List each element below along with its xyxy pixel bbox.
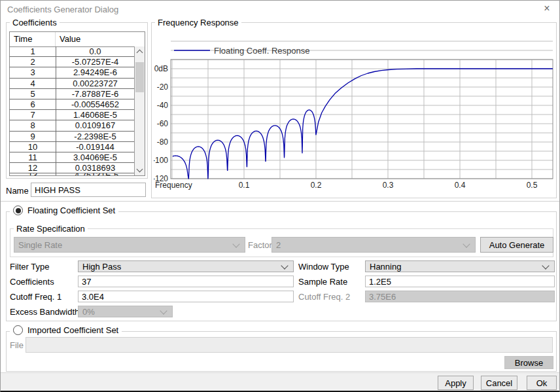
floating-set-radio[interactable] bbox=[13, 205, 23, 215]
browse-button[interactable]: Browse bbox=[504, 356, 553, 369]
svg-text:0.5: 0.5 bbox=[527, 181, 538, 190]
table-row[interactable]: 40.00223727 bbox=[10, 79, 134, 89]
cell-value: -0.019144 bbox=[56, 142, 134, 152]
excess-bandwidth-select: 0% bbox=[78, 306, 173, 317]
ok-button[interactable]: Ok bbox=[527, 376, 557, 390]
coefficients-input[interactable] bbox=[78, 276, 294, 287]
svg-text:-40: -40 bbox=[157, 101, 169, 110]
file-input bbox=[26, 337, 553, 353]
auto-generate-button[interactable]: Auto Generate bbox=[480, 237, 553, 253]
svg-text:Frequency: Frequency bbox=[155, 181, 192, 190]
file-label: File bbox=[10, 340, 24, 350]
excess-bandwidth-value: 0% bbox=[82, 307, 95, 317]
name-label: Name bbox=[6, 186, 29, 196]
table-row[interactable]: 32.94249E-6 bbox=[10, 67, 134, 78]
imported-set-radio-label: Imported Coefficient Set bbox=[27, 325, 118, 335]
imported-set-radio-row[interactable]: Imported Coefficient Set bbox=[10, 325, 122, 335]
svg-text:-100: -100 bbox=[154, 156, 168, 165]
table-row[interactable]: 113.04069E-5 bbox=[10, 152, 134, 163]
cell-value: -5.07257E-4 bbox=[56, 57, 134, 67]
column-header-value: Value bbox=[56, 32, 134, 46]
cell-time: 13 bbox=[10, 173, 56, 175]
table-row[interactable]: 13-4.75131E-5 bbox=[10, 173, 134, 175]
apply-button[interactable]: Apply bbox=[438, 376, 474, 390]
table-row[interactable]: 9-2.2398E-5 bbox=[10, 132, 134, 142]
svg-text:-60: -60 bbox=[157, 119, 169, 128]
table-row[interactable]: 80.0109167 bbox=[10, 120, 134, 131]
window-type-select[interactable]: Hanning bbox=[365, 260, 555, 272]
cell-value: -2.2398E-5 bbox=[56, 132, 134, 141]
chevron-down-icon bbox=[542, 262, 549, 269]
filter-type-value: High Pass bbox=[82, 262, 121, 272]
chevron-down-icon bbox=[160, 307, 167, 314]
coefficients-table-body: 10.02-5.07257E-432.94249E-640.002237275-… bbox=[10, 46, 134, 175]
cell-value: 3.04069E-5 bbox=[56, 152, 134, 162]
coefficients-group-title: Coefficients bbox=[10, 18, 60, 27]
table-row[interactable]: 2-5.07257E-4 bbox=[10, 57, 134, 67]
cell-value: 0.0318693 bbox=[56, 163, 134, 173]
svg-text:0.2: 0.2 bbox=[311, 181, 322, 190]
cell-time: 9 bbox=[10, 132, 56, 141]
table-scrollbar[interactable] bbox=[134, 46, 145, 175]
cell-value: -4.75131E-5 bbox=[56, 173, 134, 175]
svg-text:-20: -20 bbox=[157, 82, 169, 92]
section-separator bbox=[1, 201, 560, 202]
frequency-response-chart: 0dB-20-40-60-80-100-120Frequency0.10.20.… bbox=[154, 25, 554, 195]
chevron-down-icon bbox=[232, 240, 239, 247]
floating-set-radio-label: Floating Coefficient Set bbox=[27, 205, 115, 215]
sample-rate-input[interactable] bbox=[365, 276, 555, 287]
coefficients-generator-dialog: Coefficients Generator Dialog × Coeffici… bbox=[0, 0, 560, 392]
sample-rate-label: Sample Rate bbox=[298, 277, 347, 287]
rate-select: Single Rate bbox=[14, 237, 245, 253]
imported-set-radio[interactable] bbox=[13, 325, 23, 335]
svg-text:0.3: 0.3 bbox=[383, 181, 394, 190]
cell-time: 7 bbox=[10, 110, 56, 120]
cell-time: 1 bbox=[10, 46, 56, 56]
scrollbar-thumb[interactable] bbox=[135, 62, 144, 92]
cutoff-freq-2-label: Cutoff Freq. 2 bbox=[298, 292, 350, 302]
close-icon[interactable]: × bbox=[541, 3, 553, 14]
cell-time: 6 bbox=[10, 99, 56, 109]
floating-set-radio-row[interactable]: Floating Coefficient Set bbox=[10, 205, 118, 215]
excess-bandwidth-label: Excess Bandwidth bbox=[10, 307, 79, 317]
svg-text:0.4: 0.4 bbox=[455, 181, 466, 190]
coefficients-table-header: Time Value bbox=[10, 32, 134, 47]
titlebar: Coefficients Generator Dialog × bbox=[1, 1, 559, 18]
chevron-down-icon bbox=[137, 166, 143, 173]
table-row[interactable]: 6-0.00554652 bbox=[10, 99, 134, 110]
svg-text:0.1: 0.1 bbox=[239, 181, 250, 190]
cell-time: 10 bbox=[10, 142, 56, 152]
window-type-value: Hanning bbox=[370, 262, 401, 272]
cell-time: 3 bbox=[10, 67, 56, 77]
table-row[interactable]: 120.0318693 bbox=[10, 163, 134, 173]
footer-bar bbox=[1, 372, 560, 391]
scroll-down-button[interactable] bbox=[135, 165, 145, 175]
table-row[interactable]: 10.0 bbox=[10, 46, 134, 57]
factor-select-value: 2 bbox=[276, 240, 281, 250]
cell-time: 5 bbox=[10, 89, 56, 99]
cell-value: -0.00554652 bbox=[56, 99, 134, 109]
window-type-label: Window Type bbox=[298, 262, 349, 272]
cell-value: -7.87887E-6 bbox=[56, 89, 134, 99]
cancel-button[interactable]: Cancel bbox=[481, 376, 517, 390]
coefficients-table: Time Value 10.02-5.07257E-432.94249E-640… bbox=[9, 31, 145, 176]
table-row[interactable]: 71.46068E-5 bbox=[10, 110, 134, 120]
chevron-up-icon bbox=[137, 50, 143, 56]
svg-text:-80: -80 bbox=[157, 137, 169, 147]
scroll-up-button[interactable] bbox=[135, 46, 145, 57]
cell-time: 12 bbox=[10, 163, 56, 173]
filter-type-select[interactable]: High Pass bbox=[78, 260, 294, 272]
cell-time: 2 bbox=[10, 57, 56, 67]
cutoff-freq-2-input bbox=[365, 291, 555, 302]
svg-text:Floating Coeff. Response: Floating Coeff. Response bbox=[214, 46, 309, 56]
table-row[interactable]: 10-0.019144 bbox=[10, 142, 134, 152]
chevron-down-icon bbox=[463, 240, 470, 247]
name-input[interactable] bbox=[31, 183, 146, 197]
svg-text:0dB: 0dB bbox=[154, 64, 168, 73]
cutoff-freq-1-input[interactable] bbox=[78, 291, 294, 302]
factor-select: 2 bbox=[271, 237, 476, 253]
column-header-time: Time bbox=[10, 32, 56, 46]
table-row[interactable]: 5-7.87887E-6 bbox=[10, 89, 134, 99]
coefficients-label: Coefficients bbox=[10, 277, 54, 287]
cell-value: 0.0 bbox=[56, 46, 134, 56]
